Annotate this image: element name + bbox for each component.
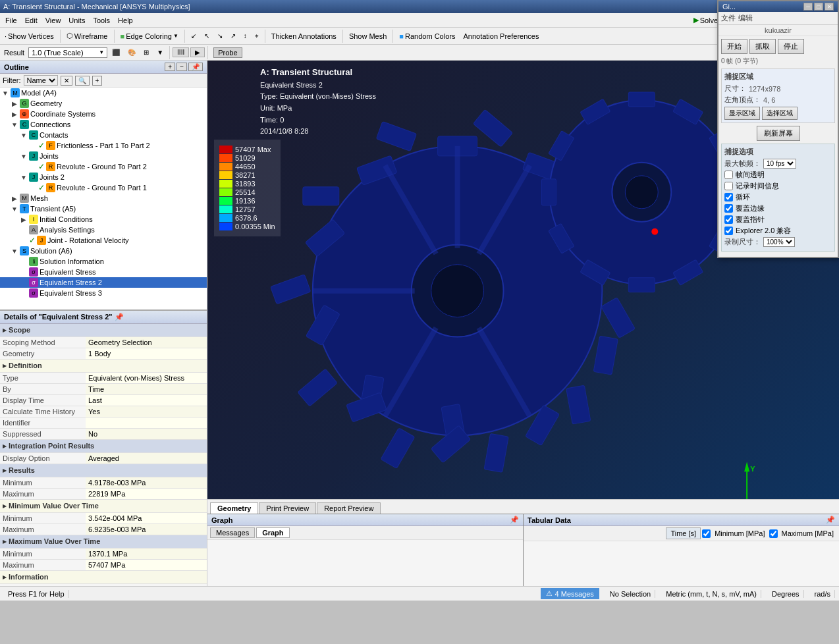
filter-clear-btn[interactable]: ✕ [61, 76, 72, 86]
snap-btn[interactable]: ⌖ [252, 30, 262, 42]
menu-help[interactable]: Help [114, 15, 137, 26]
capture-record-time-check[interactable] [724, 182, 733, 190]
status-rad-s: rad/s [811, 590, 835, 598]
tree-item-eq-stress3[interactable]: σ Equivalent Stress 3 [0, 288, 207, 298]
tree-item-eq-stress1[interactable]: σ Equivalent Stress [0, 267, 207, 277]
show-vertices-btn[interactable]: · Show Vertices [1, 30, 57, 42]
tree-item-solution[interactable]: ▼ S Solution (A6) [0, 246, 207, 256]
tree-item-transient[interactable]: ▼ T Transient (A5) [0, 203, 207, 214]
capture-transparent-check[interactable] [724, 171, 733, 179]
tree-item-revolute1[interactable]: ✓ R Revolute - Ground To Part 2 [0, 161, 207, 172]
capture-cover-edges-check[interactable] [724, 204, 733, 213]
svg-marker-50 [744, 462, 749, 471]
capture-start-btn[interactable]: 开始 [721, 39, 747, 54]
graph-panel-pin[interactable]: 📌 [510, 516, 519, 524]
expand-icon-joints2[interactable]: ▼ [20, 174, 28, 181]
expand-icon-geometry[interactable]: ▶ [11, 100, 18, 107]
tree-item-coord[interactable]: ▶ ⊕ Coordinate Systems [0, 109, 207, 119]
details-row-calc-history: Calculate Time History Yes [0, 406, 207, 417]
result-range-btn[interactable]: ⊞ [140, 47, 152, 58]
result-color-btn[interactable]: 🎨 [124, 47, 139, 58]
arrow-btn-1[interactable]: ↙ [188, 30, 200, 41]
menu-tools[interactable]: Tools [89, 15, 114, 26]
expand-icon-model[interactable]: ▼ [1, 90, 9, 97]
annotation-pref-btn[interactable]: Annotation Preferences [460, 30, 542, 42]
outline-expand-btn[interactable]: + [165, 63, 175, 71]
capture-explorer-check[interactable] [724, 227, 733, 235]
capture-menu-file[interactable]: 文件 [721, 13, 736, 23]
outline-pin-btn[interactable]: 📌 [188, 63, 203, 71]
result-arrow-btn[interactable]: ▼ [153, 47, 167, 58]
show-mesh-btn[interactable]: Show Mesh [346, 30, 390, 42]
tree-item-joints2[interactable]: ▼ J Joints 2 [0, 172, 207, 182]
edge-coloring-btn[interactable]: ■ Edge Coloring ▼ [117, 30, 182, 42]
menu-file[interactable]: File [1, 15, 21, 26]
arrow-btn-5[interactable]: ↕ [240, 30, 250, 41]
details-section-results: ▸ Results [0, 464, 207, 477]
result-icon-btn[interactable]: ⬛ [109, 47, 123, 58]
details-pin-btn[interactable]: 📌 [115, 313, 124, 321]
expand-icon-coord[interactable]: ▶ [11, 111, 18, 118]
status-messages[interactable]: ⚠ 4 Messages [541, 588, 599, 599]
tab-geometry[interactable]: Geometry [210, 502, 258, 514]
tab-print-preview[interactable]: Print Preview [259, 502, 316, 514]
tab-report-preview[interactable]: Report Preview [317, 502, 381, 514]
arrow-btn-4[interactable]: ↗ [227, 30, 239, 41]
menu-units[interactable]: Units [65, 15, 89, 26]
random-colors-btn[interactable]: ■ Random Colors [396, 30, 458, 42]
tree-item-model[interactable]: ▼ M Model (A4) [0, 88, 207, 98]
tree-item-geometry[interactable]: ▶ G Geometry [0, 98, 207, 109]
capture-select-area-btn[interactable]: 选择区域 [762, 107, 798, 120]
thicken-btn[interactable]: Thicken Annotations [268, 30, 340, 42]
result-dropdown[interactable]: 1.0 (True Scale) ▼ [28, 47, 107, 58]
svg-rect-20 [593, 336, 618, 375]
capture-loop-check[interactable] [724, 193, 733, 201]
filter-select[interactable]: Name [24, 75, 58, 86]
menu-edit[interactable]: Edit [21, 15, 41, 26]
tab-messages[interactable]: Messages [210, 527, 255, 538]
capture-title-buttons: ─ □ ✕ [803, 3, 834, 11]
outline-collapse-btn[interactable]: − [176, 63, 187, 71]
capture-region-section: 捕捉区域 尺寸： 839x644 左角顶点： 4, 6 显示区域 选择区域 [721, 68, 835, 123]
filter-add-btn[interactable]: + [92, 76, 103, 86]
arrow-btn-3[interactable]: ↘ [214, 30, 226, 41]
capture-menu-edit[interactable]: 编辑 [738, 13, 753, 23]
tree-item-connections[interactable]: ▼ C Connections [0, 119, 207, 130]
capture-minimize-btn[interactable]: ─ [803, 3, 813, 11]
filter-search-btn[interactable]: 🔍 [75, 76, 90, 86]
tree-item-revolute2[interactable]: ✓ R Revolute - Ground To Part 1 [0, 182, 207, 193]
expand-icon-connections[interactable]: ▼ [11, 121, 18, 128]
capture-refresh-btn[interactable]: 刷新屏幕 [757, 126, 800, 141]
expand-icon-mesh[interactable]: ▶ [11, 195, 18, 202]
capture-stop-btn[interactable]: 停止 [778, 39, 804, 54]
capture-close-btn[interactable]: ✕ [825, 3, 834, 11]
expand-icon-initial[interactable]: ▶ [20, 216, 28, 223]
expand-icon-solution[interactable]: ▼ [11, 248, 18, 255]
tree-item-mesh[interactable]: ▶ M Mesh [0, 193, 207, 203]
tabular-panel-pin[interactable]: 📌 [826, 516, 835, 524]
tree-item-frictionless[interactable]: ✓ F Frictionless - Part 1 To Part 2 [0, 140, 207, 151]
capture-fps-select[interactable]: 10 fps 5 fps 15 fps [763, 159, 796, 169]
expand-icon-contacts[interactable]: ▼ [20, 132, 28, 139]
wireframe-btn[interactable]: ⬡ Wireframe [63, 30, 111, 42]
expand-icon-transient[interactable]: ▼ [11, 205, 18, 213]
tree-item-initial[interactable]: ▶ I Initial Conditions [0, 214, 207, 225]
capture-show-area-btn[interactable]: 显示区域 [724, 107, 760, 120]
expand-icon-joints[interactable]: ▼ [20, 153, 28, 160]
tree-item-contacts[interactable]: ▼ C Contacts [0, 130, 207, 140]
arrow-btn-2[interactable]: ↖ [201, 30, 213, 41]
capture-cover-pointer-check[interactable] [724, 215, 733, 224]
status-degrees: Degrees [768, 590, 804, 598]
capture-record-size-select[interactable]: 100% 75% 50% [763, 237, 795, 247]
tabular-max-check[interactable] [769, 529, 778, 538]
tree-item-sol-info[interactable]: ℹ Solution Information [0, 256, 207, 267]
tabular-min-check[interactable] [702, 529, 711, 538]
tree-item-eq-stress2[interactable]: σ Equivalent Stress 2 [0, 277, 207, 288]
tree-item-joint-rot[interactable]: ✓ J Joint - Rotational Velocity [0, 235, 207, 246]
capture-capture-btn[interactable]: 抓取 [749, 39, 776, 54]
menu-view[interactable]: View [41, 15, 65, 26]
tab-graph[interactable]: Graph [256, 527, 289, 538]
capture-maximize-btn[interactable]: □ [814, 3, 823, 11]
tree-item-analysis-settings[interactable]: A Analysis Settings [0, 225, 207, 235]
tree-item-joints[interactable]: ▼ J Joints [0, 151, 207, 161]
